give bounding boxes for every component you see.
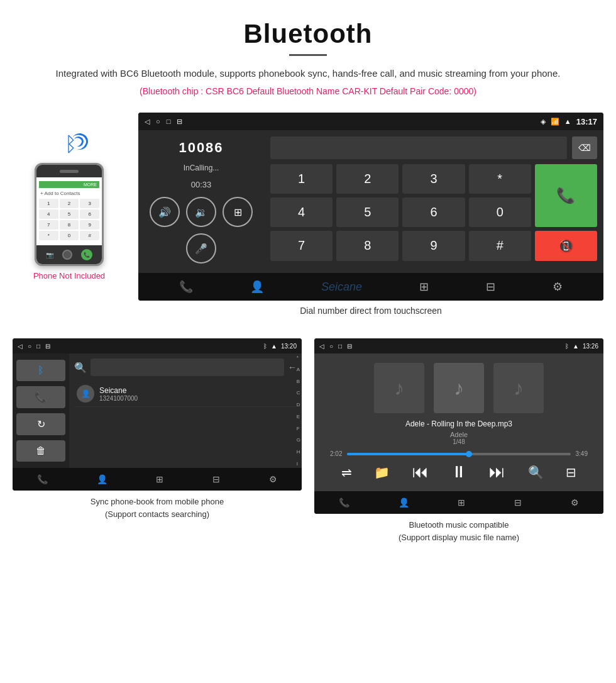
shuffle-icon[interactable]: ⇌: [341, 465, 352, 480]
album-art-main: ♪: [434, 363, 484, 413]
pb-back-arrow-icon[interactable]: ←: [288, 362, 297, 372]
nav-transfer-icon[interactable]: ⊟: [486, 280, 495, 294]
folder-icon[interactable]: 📁: [374, 465, 390, 480]
call-controls: 🔊 🔉 ⊞ 🎤: [148, 197, 255, 264]
dial-key-6[interactable]: 6: [402, 197, 465, 227]
dial-status-bar: ◁ ○ □ ⊟ ◈ 📶 ▲ 13:17: [138, 113, 603, 130]
music-status-left: ◁ ○ □ ⊟: [319, 343, 352, 350]
dial-left-panel: 10086 InCalling... 00:33 🔊 🔉 ⊞ 🎤: [138, 130, 264, 273]
dial-key-3[interactable]: 3: [402, 164, 465, 194]
pb-nav-transfer-icon[interactable]: ⊟: [212, 474, 220, 484]
album-art-wrapper: ♪ ♪ ♪: [374, 363, 544, 413]
dial-delete-button[interactable]: ⌫: [572, 136, 597, 159]
prev-icon[interactable]: ⏮: [412, 462, 429, 482]
dial-key-5[interactable]: 5: [336, 197, 399, 227]
pb-nav: 📞 👤 ⊞ ⊟ ⚙: [13, 468, 302, 491]
music-nav-calls-icon[interactable]: 📞: [339, 497, 349, 508]
dial-key-9[interactable]: 9: [402, 231, 465, 261]
dial-key-4[interactable]: 4: [270, 197, 333, 227]
music-nav: 📞 👤 ⊞ ⊟ ⚙: [314, 491, 603, 514]
pb-nav-contacts-icon[interactable]: 👤: [97, 474, 107, 484]
music-progress: 2:02 3:49: [324, 450, 594, 457]
dial-key-2[interactable]: 2: [336, 164, 399, 194]
album-art-right: ♪: [493, 363, 544, 413]
dial-key-7[interactable]: 7: [270, 231, 333, 261]
nav-dialpad-icon[interactable]: ⊞: [419, 280, 429, 294]
status-time: 13:17: [576, 117, 597, 126]
pb-alpha-b: B: [297, 379, 300, 384]
music-title: Adele - Rolling In the Deep.mp3: [405, 419, 512, 428]
music-recent-icon: □: [338, 343, 342, 350]
pb-delete-button[interactable]: 🗑: [16, 440, 65, 462]
dial-key-hash[interactable]: #: [469, 231, 531, 261]
phone-dialer-grid: 1 2 3 4 5 6 7 8 9 * 0 #: [39, 199, 99, 240]
mute-button[interactable]: 🎤: [186, 233, 216, 264]
music-nav-contacts-icon[interactable]: 👤: [399, 497, 409, 508]
nav-contacts-icon[interactable]: 👤: [250, 280, 264, 294]
search-icon[interactable]: 🔍: [528, 465, 544, 480]
dial-key-8[interactable]: 8: [336, 231, 399, 261]
equalizer-icon[interactable]: ⊟: [566, 465, 576, 480]
music-wrapper: ◁ ○ □ ⊟ ᛒ ▲ 13:26 ♪ ♪ ♪: [314, 338, 603, 546]
call-accept-button[interactable]: 📞: [535, 164, 597, 227]
pb-home-icon: ○: [28, 343, 31, 350]
pb-contact-item[interactable]: 👤 Seicane 13241007000: [74, 381, 297, 407]
home-icon: ○: [156, 118, 160, 126]
dial-input-field[interactable]: [270, 136, 567, 159]
transfer-button[interactable]: ⊞: [223, 197, 253, 227]
pb-search-bar[interactable]: [91, 358, 284, 376]
nav-calls-icon[interactable]: 📞: [179, 280, 193, 294]
music-content: ♪ ♪ ♪ Adele - Rolling In the Deep.mp3 Ad…: [314, 353, 603, 491]
phone-key-0: 0: [60, 231, 79, 240]
nav-settings-icon[interactable]: ⚙: [553, 280, 563, 294]
call-status: InCalling...: [184, 164, 219, 172]
pb-nav-settings-icon[interactable]: ⚙: [269, 474, 277, 484]
pb-call-button[interactable]: 📞: [16, 386, 65, 408]
dial-key-0[interactable]: 0: [469, 197, 531, 227]
dial-key-star[interactable]: *: [469, 164, 531, 194]
music-track: 1/48: [405, 438, 512, 445]
page-header: Bluetooth Integrated with BC6 Bluetooth …: [0, 0, 616, 113]
phone-section: ᛒ MORE + Add to Contacts 1 2 3 4 5 6 7: [13, 113, 126, 326]
pb-alpha-h: H: [297, 449, 300, 455]
pb-bluetooth-button[interactable]: ᛒ: [16, 360, 65, 381]
dial-input-row: ⌫: [270, 136, 597, 159]
pb-contact-info: Seicane 13241007000: [99, 386, 138, 402]
music-caption: Bluetooth music compatible (Support disp…: [314, 514, 603, 546]
call-end-button[interactable]: 📵: [535, 231, 597, 261]
title-divider: [289, 54, 327, 56]
page-title: Bluetooth: [13, 19, 603, 49]
call-timer: 00:33: [191, 180, 212, 189]
phone-mock-body: MORE + Add to Contacts 1 2 3 4 5 6 7 8 9…: [36, 177, 102, 245]
music-nav-dialpad-icon[interactable]: ⊞: [458, 497, 465, 508]
music-controls: ⇌ 📁 ⏮ ⏸ ⏭ 🔍 ⊟: [324, 462, 594, 482]
pb-nav-dialpad-icon[interactable]: ⊞: [156, 474, 163, 484]
pb-recent-icon: □: [36, 343, 40, 350]
dial-screen-nav: 📞 👤 Seicane ⊞ ⊟ ⚙: [138, 273, 603, 301]
pb-caption-line2: (Support contacts searching): [15, 508, 299, 521]
pb-sidebar: ᛒ 📞 ↻ 🗑: [13, 353, 69, 468]
pb-sync-button[interactable]: ↻: [16, 413, 65, 435]
music-nav-settings-icon[interactable]: ⚙: [571, 497, 579, 508]
pb-alpha-star: *: [297, 355, 300, 360]
bluetooth-signal-icon: ᛒ: [53, 131, 85, 157]
play-pause-icon[interactable]: ⏸: [451, 462, 467, 482]
volume-up-button[interactable]: 🔊: [150, 197, 180, 227]
pb-alpha-a: A: [297, 367, 300, 372]
music-status-bar: ◁ ○ □ ⊟ ᛒ ▲ 13:26: [314, 338, 603, 353]
phone-mockup: MORE + Add to Contacts 1 2 3 4 5 6 7 8 9…: [35, 163, 104, 266]
next-icon[interactable]: ⏭: [489, 462, 505, 482]
recents-icon: □: [167, 118, 171, 126]
phone-key-5: 5: [60, 209, 79, 219]
dial-key-1[interactable]: 1: [270, 164, 333, 194]
pb-nav-calls-icon[interactable]: 📞: [37, 474, 48, 484]
phone-key-1: 1: [39, 199, 58, 208]
pb-search-icon[interactable]: 🔍: [74, 362, 87, 374]
music-nav-transfer-icon[interactable]: ⊟: [514, 497, 522, 508]
music-status-right: ᛒ ▲ 13:26: [565, 343, 598, 350]
music-info: Adele - Rolling In the Deep.mp3 Adele 1/…: [405, 419, 512, 445]
music-progress-bar[interactable]: [347, 453, 570, 455]
signal-icon: 📶: [551, 118, 559, 126]
volume-down-button[interactable]: 🔉: [186, 197, 216, 227]
pb-time: 13:20: [281, 343, 297, 350]
